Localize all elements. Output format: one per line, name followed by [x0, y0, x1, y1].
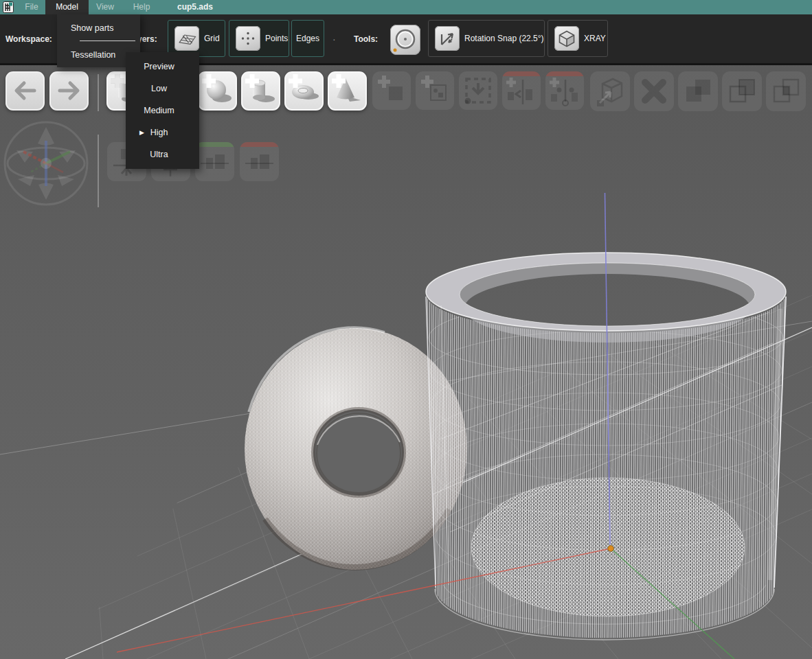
submenu-item-ultra[interactable]: Ultra: [126, 143, 199, 165]
xray-toggle-button[interactable]: XRAY: [548, 20, 608, 57]
add-torus-button[interactable]: [284, 71, 324, 111]
align-red-button-disabled[interactable]: [240, 142, 279, 181]
delete-button-disabled[interactable]: [634, 71, 674, 111]
add-cone-button[interactable]: [328, 71, 367, 111]
circle-dial-tool-button[interactable]: [390, 25, 420, 55]
mirror-axis-button-disabled[interactable]: [545, 71, 584, 110]
menu-help[interactable]: Help: [126, 0, 157, 14]
add-cylinder-button[interactable]: [241, 71, 280, 111]
align-blocks-icon: [240, 142, 279, 181]
submenu-item-high[interactable]: ▶ High: [126, 122, 199, 143]
mirror-axis-icon: [545, 71, 584, 110]
rotation-snap-icon: [435, 26, 460, 51]
add-instance-button-disabled[interactable]: [416, 71, 454, 110]
add-instance-icon: [416, 71, 454, 110]
rotation-snap-label: Rotation Snap (22.5°): [464, 34, 544, 43]
grid-icon: [174, 26, 199, 51]
selected-marker-icon: ▶: [139, 122, 144, 143]
layer-toggle-edges[interactable]: Edges: [291, 20, 324, 57]
menu-item-show-parts[interactable]: Show parts: [57, 14, 140, 41]
menu-file[interactable]: File: [19, 0, 44, 14]
import-part-button-disabled[interactable]: [459, 71, 497, 110]
add-sphere-button[interactable]: [198, 71, 237, 111]
union-icon: [678, 71, 718, 111]
xray-cube-icon: [554, 26, 579, 51]
layer-toggle-points[interactable]: Points: [229, 20, 289, 57]
boolean-union-button-disabled[interactable]: [678, 71, 718, 111]
orange-indicator-dot: [394, 49, 397, 52]
toolbar-dot-separator: ·: [332, 34, 336, 45]
view-navigation-orb[interactable]: [3, 120, 89, 207]
align-blocks-icon: [195, 142, 234, 181]
app-logo-icon: [3, 1, 14, 13]
add-part-icon: [372, 71, 411, 110]
app-window: { "menubar": { "items": [ {"label": "Fil…: [0, 0, 812, 659]
cube-arrow-icon: [590, 71, 630, 111]
circle-dial-icon: [390, 25, 420, 55]
grid-toggle-label: Grid: [204, 34, 220, 43]
add-part-button-disabled[interactable]: [372, 71, 411, 110]
extract-button-disabled[interactable]: [590, 71, 630, 111]
workspace-label: Workspace:: [5, 34, 52, 44]
arrow-left-icon: [7, 73, 43, 109]
menu-model[interactable]: Model: [45, 0, 89, 14]
boolean-subtract-button-disabled[interactable]: [722, 71, 762, 111]
toolbar-separator-2: [98, 135, 99, 207]
cone-plus-icon: [329, 73, 365, 109]
tessellation-submenu: Preview Low Medium ▶ High Ultra: [126, 52, 199, 169]
intersect-icon: [766, 71, 806, 111]
submenu-item-preview[interactable]: Preview: [126, 56, 199, 78]
delete-x-icon: [634, 71, 674, 111]
history-forward-button[interactable]: [49, 71, 89, 111]
torus-plus-icon: [286, 73, 322, 109]
tools-label: Tools:: [354, 34, 378, 44]
mirror-left-icon: [502, 71, 541, 110]
window-filename: cup5.ads: [177, 0, 213, 14]
menubar: File Model View Help cup5.ads: [0, 0, 812, 14]
sphere-plus-icon: [199, 73, 236, 109]
xray-label: XRAY: [584, 34, 606, 43]
cylinder-plus-icon: [243, 73, 279, 109]
boolean-intersect-button-disabled[interactable]: [766, 71, 806, 111]
menu-view[interactable]: View: [89, 0, 121, 14]
import-icon: [459, 71, 497, 110]
edges-toggle-label: Edges: [296, 34, 319, 43]
mirror-left-button-disabled[interactable]: [502, 71, 541, 110]
rotation-snap-button[interactable]: Rotation Snap (22.5°): [428, 20, 545, 57]
origin-point: [608, 546, 614, 552]
points-toggle-label: Points: [265, 34, 288, 43]
submenu-item-medium[interactable]: Medium: [126, 100, 199, 122]
toolbar-separator: [98, 74, 99, 111]
history-back-button[interactable]: [5, 71, 45, 111]
points-icon: [236, 26, 260, 51]
subtract-icon: [722, 71, 762, 111]
submenu-item-low[interactable]: Low: [126, 78, 199, 100]
layer-toggle-grid[interactable]: Grid: [168, 20, 225, 57]
align-green-button-disabled[interactable]: [195, 142, 234, 181]
arrow-right-icon: [51, 73, 87, 109]
